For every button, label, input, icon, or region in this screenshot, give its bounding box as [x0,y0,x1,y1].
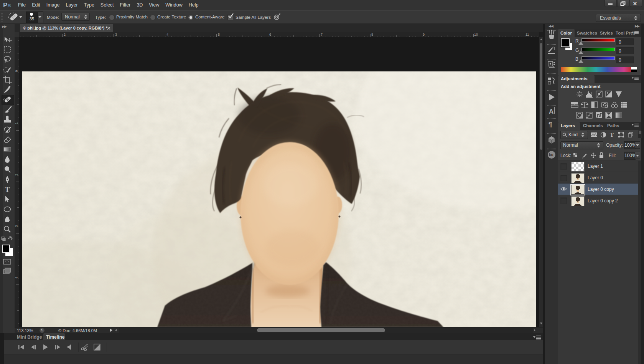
svg-text:T: T [5,185,10,194]
svg-text:T: T [610,132,614,138]
svg-text:A: A [549,108,553,115]
svg-text:ku: ku [549,153,553,157]
svg-text:¶: ¶ [548,121,552,128]
